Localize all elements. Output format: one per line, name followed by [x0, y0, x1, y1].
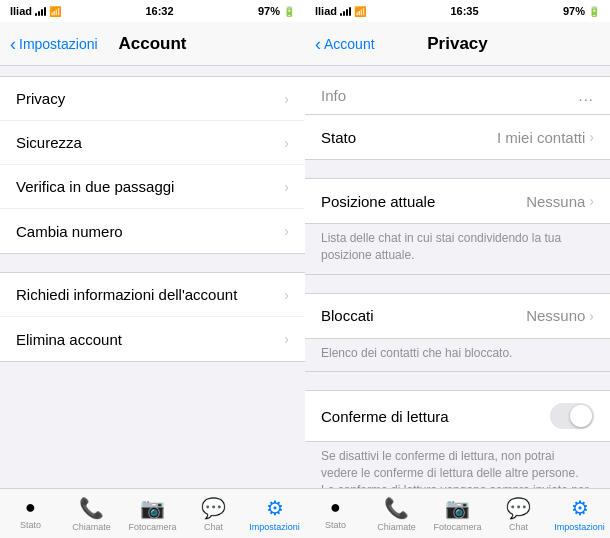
back-button-2[interactable]: ‹ Account — [315, 35, 375, 53]
bloccati-description: Elenco dei contatti che hai bloccato. — [305, 339, 610, 372]
settings-list-2: Richiedi informazioni dell'account › Eli… — [0, 272, 305, 362]
carrier-2: lliad — [315, 5, 337, 17]
tab-fotocamera-label-2: Fotocamera — [433, 522, 481, 532]
tab-impostazioni-1[interactable]: ⚙ Impostazioni — [244, 489, 305, 538]
content-1: Privacy › Sicurezza › Verifica in due pa… — [0, 66, 305, 488]
battery-percent-1: 97% — [258, 5, 280, 17]
info-row: Info ... — [305, 76, 610, 115]
tab-impostazioni-label-2: Impostazioni — [554, 522, 605, 532]
tab-fotocamera-icon-2: 📷 — [445, 496, 470, 520]
tab-chat-2[interactable]: 💬 Chat — [488, 489, 549, 538]
row-stato-value: I miei contatti — [497, 129, 585, 146]
battery-percent-2: 97% — [563, 5, 585, 17]
back-arrow-1: ‹ — [10, 35, 16, 53]
row-cambia-right: › — [284, 223, 289, 239]
status-left-2: lliad 📶 — [315, 5, 366, 17]
tab-chat-label-1: Chat — [204, 522, 223, 532]
section-group-2: Richiedi informazioni dell'account › Eli… — [0, 272, 305, 362]
conferme-description: Se disattivi le conferme di lettura, non… — [305, 442, 610, 488]
bar4-2 — [349, 7, 351, 16]
row-richiedi-right: › — [284, 287, 289, 303]
tab-impostazioni-2[interactable]: ⚙ Impostazioni — [549, 489, 610, 538]
tab-stato-icon-1: ● — [25, 497, 36, 518]
row-cambia[interactable]: Cambia numero › — [0, 209, 305, 253]
bloccati-desc-wrapper: Elenco dei contatti che hai bloccato. — [305, 338, 610, 373]
tab-chiamate-label-2: Chiamate — [377, 522, 416, 532]
conferme-desc-wrapper: Se disattivi le conferme di lettura, non… — [305, 441, 610, 488]
status-bar-2: lliad 📶 16:35 97% 🔋 — [305, 0, 610, 22]
tab-impostazioni-label-1: Impostazioni — [249, 522, 300, 532]
row-posizione[interactable]: Posizione attuale Nessuna › — [305, 179, 610, 223]
back-arrow-2: ‹ — [315, 35, 321, 53]
stato-section: Stato I miei contatti › — [305, 115, 610, 160]
content-2: Info ... Stato I miei contatti › Posizio… — [305, 66, 610, 488]
tab-fotocamera-2[interactable]: 📷 Fotocamera — [427, 489, 488, 538]
row-posizione-right: Nessuna › — [526, 193, 594, 210]
tab-stato-label-1: Stato — [20, 520, 41, 530]
row-richiedi-label: Richiedi informazioni dell'account — [16, 286, 237, 303]
row-verifica-label: Verifica in due passaggi — [16, 178, 174, 195]
status-bar-1: lliad 📶 16:32 97% 🔋 — [0, 0, 305, 22]
bar4 — [44, 7, 46, 16]
chevron-stato: › — [589, 129, 594, 145]
tab-chat-icon-2: 💬 — [506, 496, 531, 520]
bar3-2 — [346, 9, 348, 16]
battery-icon-2: 🔋 — [588, 6, 600, 17]
toggle-knob — [570, 405, 592, 427]
row-conferme-right — [550, 403, 594, 429]
row-bloccati-right: Nessuno › — [526, 307, 594, 324]
signal-2 — [340, 6, 351, 16]
back-button-1[interactable]: ‹ Impostazioni — [10, 35, 98, 53]
chevron-elimina: › — [284, 331, 289, 347]
row-conferme-label: Conferme di lettura — [321, 408, 449, 425]
conferme-toggle[interactable] — [550, 403, 594, 429]
row-sicurezza[interactable]: Sicurezza › — [0, 121, 305, 165]
bar3 — [41, 9, 43, 16]
row-privacy-right: › — [284, 91, 289, 107]
row-privacy-label: Privacy — [16, 90, 65, 107]
row-elimina-right: › — [284, 331, 289, 347]
back-label-1: Impostazioni — [19, 36, 98, 52]
section-group-1: Privacy › Sicurezza › Verifica in due pa… — [0, 76, 305, 254]
tab-chat-label-2: Chat — [509, 522, 528, 532]
conferme-section: Conferme di lettura Se disattivi le conf… — [305, 390, 610, 488]
row-stato-privacy[interactable]: Stato I miei contatti › — [305, 115, 610, 159]
nav-bar-2: ‹ Account Privacy — [305, 22, 610, 66]
tab-fotocamera-icon-1: 📷 — [140, 496, 165, 520]
row-verifica[interactable]: Verifica in due passaggi › — [0, 165, 305, 209]
row-stato-label: Stato — [321, 129, 356, 146]
posizione-description: Lista delle chat in cui stai condividend… — [305, 224, 610, 274]
carrier-1: lliad — [10, 5, 32, 17]
row-richiedi[interactable]: Richiedi informazioni dell'account › — [0, 273, 305, 317]
nav-title-2: Privacy — [427, 34, 488, 54]
chevron-cambia: › — [284, 223, 289, 239]
bar2-2 — [343, 11, 345, 16]
row-privacy[interactable]: Privacy › — [0, 77, 305, 121]
signal-1 — [35, 6, 46, 16]
tab-bar-1: ● Stato 📞 Chiamate 📷 Fotocamera 💬 Chat ⚙… — [0, 488, 305, 538]
back-label-2: Account — [324, 36, 375, 52]
screen-account: lliad 📶 16:32 97% 🔋 ‹ Impostazioni Accou… — [0, 0, 305, 538]
row-bloccati[interactable]: Bloccati Nessuno › — [305, 294, 610, 338]
tab-fotocamera-1[interactable]: 📷 Fotocamera — [122, 489, 183, 538]
row-bloccati-value: Nessuno — [526, 307, 585, 324]
tab-stato-2[interactable]: ● Stato — [305, 489, 366, 538]
time-1: 16:32 — [145, 5, 173, 17]
tab-chiamate-1[interactable]: 📞 Chiamate — [61, 489, 122, 538]
settings-list-1: Privacy › Sicurezza › Verifica in due pa… — [0, 76, 305, 254]
tab-bar-2: ● Stato 📞 Chiamate 📷 Fotocamera 💬 Chat ⚙… — [305, 488, 610, 538]
chevron-bloccati: › — [589, 308, 594, 324]
battery-icon-1: 🔋 — [283, 6, 295, 17]
bar2 — [38, 11, 40, 16]
tab-chiamate-2[interactable]: 📞 Chiamate — [366, 489, 427, 538]
row-elimina[interactable]: Elimina account › — [0, 317, 305, 361]
bar1 — [35, 13, 37, 16]
row-elimina-label: Elimina account — [16, 331, 122, 348]
tab-stato-1[interactable]: ● Stato — [0, 489, 61, 538]
tab-chat-1[interactable]: 💬 Chat — [183, 489, 244, 538]
screen-privacy: lliad 📶 16:35 97% 🔋 ‹ Account Privacy In… — [305, 0, 610, 538]
tab-stato-icon-2: ● — [330, 497, 341, 518]
bloccati-section: Bloccati Nessuno › Elenco dei contatti c… — [305, 293, 610, 373]
row-conferme[interactable]: Conferme di lettura — [305, 391, 610, 441]
chevron-sicurezza: › — [284, 135, 289, 151]
